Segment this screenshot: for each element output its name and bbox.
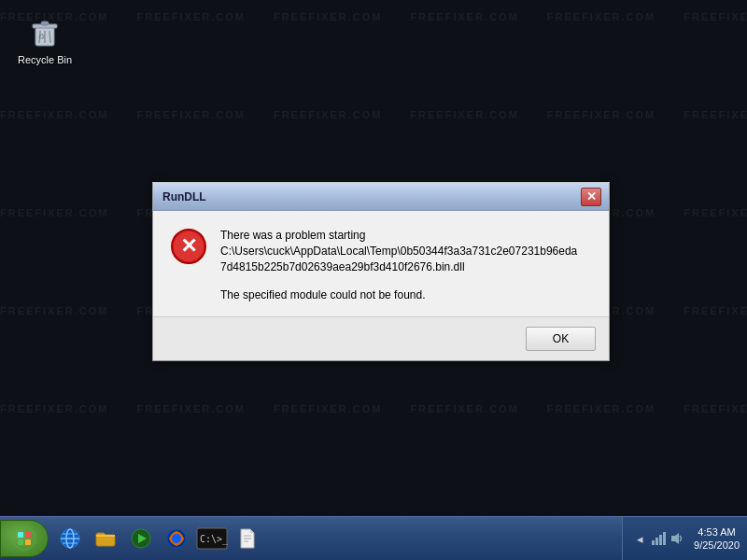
error-sub-text: The specified module could not be found. — [220, 287, 592, 303]
ok-button[interactable]: OK — [526, 327, 596, 351]
dialog-body: ✕ There was a problem starting C:\Users\… — [153, 211, 609, 313]
svg-rect-12 — [25, 532, 31, 538]
network-tray-icon[interactable] — [649, 529, 668, 548]
dialog-text-area: There was a problem starting C:\Users\cu… — [220, 228, 592, 303]
start-button[interactable] — [0, 520, 49, 557]
taskbar-middle — [265, 517, 622, 560]
dialog-close-button[interactable]: ✕ — [581, 188, 601, 206]
clock-time: 4:53 AM — [698, 525, 735, 539]
svg-rect-13 — [18, 539, 23, 545]
svg-rect-32 — [663, 532, 666, 545]
svg-rect-31 — [659, 535, 662, 545]
recycle-bin-icon[interactable]: ♻ Recycle Bin — [11, 9, 78, 69]
clock-date: 9/25/2020 — [694, 539, 740, 552]
dialog-footer: OK — [153, 316, 609, 360]
svg-text:✕: ✕ — [180, 234, 197, 258]
svg-point-10 — [13, 527, 35, 550]
dialog-title: RunDLL — [162, 190, 206, 203]
error-main-text: There was a problem starting C:\Users\cu… — [220, 228, 592, 274]
svg-rect-14 — [25, 539, 31, 545]
recycle-bin-graphic: ♻ — [26, 13, 63, 50]
svg-rect-2 — [41, 21, 49, 25]
expand-tray-icon[interactable]: ◂ — [630, 529, 649, 548]
terminal-taskbar-icon[interactable]: C:\>_ — [196, 523, 228, 554]
svg-text:C:\>_: C:\>_ — [200, 534, 228, 545]
sound-tray-icon[interactable] — [668, 529, 686, 548]
recycle-bin-label: Recycle Bin — [18, 54, 72, 65]
desktop: FREEFIXER.COMFREEFIXER.COMFREEFIXER.COMF… — [0, 0, 747, 516]
rundll-dialog: RunDLL ✕ ✕ There was a problem starting … — [152, 182, 610, 361]
dialog-titlebar: RunDLL ✕ — [153, 183, 609, 211]
clock-area[interactable]: 4:53 AM 9/25/2020 — [694, 525, 740, 553]
ie-taskbar-icon[interactable] — [54, 523, 86, 554]
svg-rect-29 — [652, 540, 655, 545]
svg-line-5 — [49, 31, 50, 43]
file-taskbar-icon[interactable] — [232, 523, 263, 554]
svg-rect-11 — [18, 532, 23, 538]
svg-marker-33 — [671, 533, 679, 544]
taskbar: C:\>_ ◂ 4 — [0, 516, 747, 560]
svg-text:♻: ♻ — [38, 33, 45, 41]
svg-point-23 — [172, 534, 181, 543]
error-icon: ✕ — [170, 228, 207, 265]
system-tray: ◂ 4:53 AM 9/25/2020 — [622, 517, 747, 560]
media-taskbar-icon[interactable] — [125, 523, 157, 554]
folder-taskbar-icon[interactable] — [90, 523, 121, 554]
firefox-taskbar-icon[interactable] — [161, 523, 192, 554]
svg-rect-30 — [655, 538, 658, 545]
